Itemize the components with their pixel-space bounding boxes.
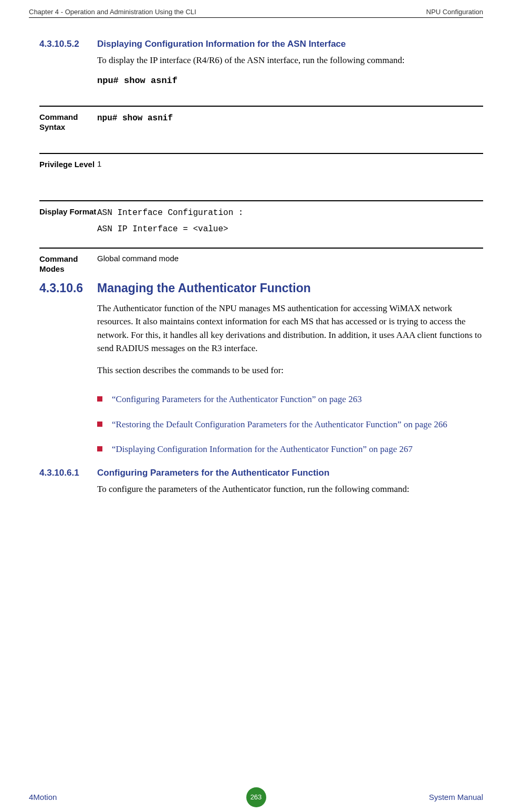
section-number: 4.3.10.6 — [39, 281, 97, 386]
page-header: Chapter 4 - Operation and Administration… — [29, 8, 483, 18]
footer-left: 4Motion — [29, 793, 57, 801]
section-intro: To display the IP interface (R4/R6) of t… — [97, 54, 483, 67]
def-label: Command Modes — [39, 254, 97, 275]
bullet-link[interactable]: “Displaying Configuration Information fo… — [112, 443, 413, 456]
display-format-line1: ASN Interface Configuration : — [97, 207, 483, 220]
header-topic: NPU Configuration — [426, 8, 483, 16]
display-format-line2: ASN IP Interface = <value> — [97, 223, 483, 237]
section-para2: This section describes the commands to b… — [97, 364, 483, 377]
section-4-3-10-5-2: 4.3.10.5.2 Displaying Configuration Info… — [39, 39, 483, 96]
def-label: Command Syntax — [39, 112, 97, 143]
section-4-3-10-6: 4.3.10.6 Managing the Authenticator Func… — [39, 281, 483, 386]
section-number: 4.3.10.6.1 — [39, 468, 97, 505]
list-item: “Displaying Configuration Information fo… — [97, 443, 483, 456]
page-footer: 4Motion 263 System Manual — [29, 793, 483, 801]
footer-right: System Manual — [429, 793, 483, 801]
definition-command-syntax: Command Syntax npu# show asnif — [39, 106, 483, 143]
definition-privilege-level: Privilege Level 1 — [39, 153, 483, 191]
definition-command-modes: Command Modes Global command mode — [39, 248, 483, 275]
header-chapter: Chapter 4 - Operation and Administration… — [29, 8, 196, 16]
page-number-badge: 263 — [246, 787, 266, 807]
bullet-link[interactable]: “Configuring Parameters for the Authenti… — [112, 393, 362, 406]
page-number: 263 — [250, 793, 262, 801]
bullet-list: “Configuring Parameters for the Authenti… — [97, 393, 483, 456]
section-4-3-10-6-1: 4.3.10.6.1 Configuring Parameters for th… — [39, 468, 483, 505]
definition-display-format: Display Format ASN Interface Configurati… — [39, 200, 483, 238]
section-title: Managing the Authenticator Function — [97, 281, 483, 295]
section-number: 4.3.10.5.2 — [39, 39, 97, 96]
section-command: npu# show asnif — [97, 76, 483, 86]
list-item: “Restoring the Default Configuration Par… — [97, 418, 483, 431]
def-value: Global command mode — [97, 254, 483, 275]
def-value: ASN Interface Configuration : ASN IP Int… — [97, 207, 483, 238]
bullet-link[interactable]: “Restoring the Default Configuration Par… — [112, 418, 447, 431]
bullet-icon — [97, 396, 102, 402]
bullet-icon — [97, 446, 102, 451]
def-label: Display Format — [39, 207, 97, 238]
section-title: Configuring Parameters for the Authentic… — [97, 468, 483, 478]
section-intro: To configure the parameters of the Authe… — [97, 482, 483, 496]
list-item: “Configuring Parameters for the Authenti… — [97, 393, 483, 406]
section-para1: The Authenticator function of the NPU ma… — [97, 302, 483, 355]
def-value: npu# show asnif — [97, 112, 483, 143]
def-value: 1 — [97, 159, 483, 191]
section-title: Displaying Configuration Information for… — [97, 39, 483, 49]
bullet-icon — [97, 422, 102, 427]
def-label: Privilege Level — [39, 159, 97, 191]
content-area: 4.3.10.5.2 Displaying Configuration Info… — [39, 39, 483, 504]
